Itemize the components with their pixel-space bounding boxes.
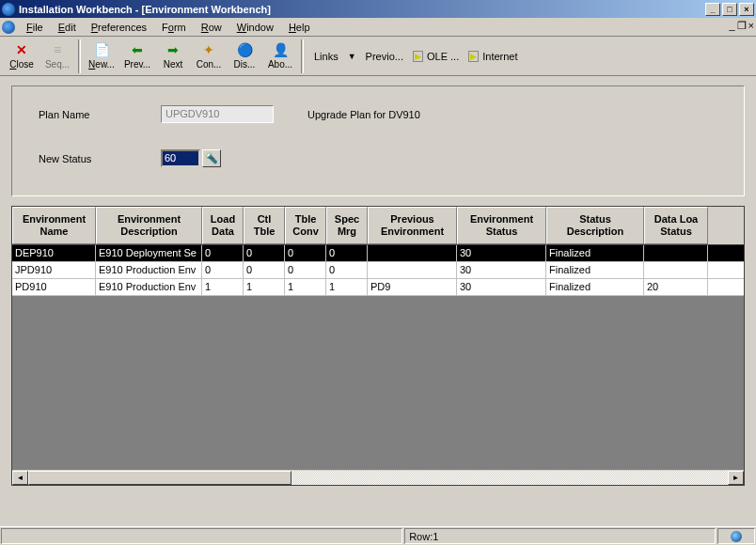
cell-ctl: 1 <box>244 279 285 295</box>
about-icon: 👤 <box>273 42 288 57</box>
col-ctl-tble[interactable]: Ctl Tble <box>244 207 285 244</box>
menu-form[interactable]: Form <box>154 20 194 35</box>
dis-button[interactable]: 🔵 Dis... <box>227 39 262 74</box>
cell-dls: 20 <box>644 279 708 295</box>
window-titlebar: Installation Workbench - [Environment Wo… <box>0 0 756 18</box>
menu-preferences[interactable]: Preferences <box>84 20 154 35</box>
col-spec-mrg[interactable]: Spec Mrg <box>326 207 368 244</box>
cell-prev: PD9 <box>368 279 457 295</box>
cell-prev <box>368 245 457 261</box>
globe-icon <box>731 531 742 542</box>
cell-spec: 1 <box>326 279 368 295</box>
table-row[interactable]: DEP910 E910 Deployment Se 0 0 0 0 30 Fin… <box>12 245 744 262</box>
cell-tble: 0 <box>285 245 326 261</box>
display-icon: 🔵 <box>237 42 252 57</box>
new-status-label: New Status <box>39 153 161 164</box>
col-tble-conv[interactable]: Tble Conv <box>285 207 326 244</box>
link-internet[interactable]: ▶Internet <box>468 51 517 62</box>
cell-status: 30 <box>457 245 546 261</box>
configure-icon: ✦ <box>201 42 216 57</box>
new-icon: 📄 <box>94 42 109 57</box>
cell-load: 1 <box>202 279 244 295</box>
col-environment-description[interactable]: Environment Description <box>96 207 202 244</box>
menu-file[interactable]: File <box>19 20 51 35</box>
cell-sdesc: Finalized <box>546 279 644 295</box>
toolbar-separator <box>78 39 81 73</box>
new-status-input[interactable]: 60 <box>161 149 200 167</box>
cell-ctl: 0 <box>244 245 285 261</box>
maximize-button[interactable]: □ <box>722 3 737 16</box>
menu-row[interactable]: Row <box>194 20 229 35</box>
cell-status: 30 <box>457 279 546 295</box>
toolbar-separator <box>301 39 304 73</box>
table-row[interactable]: PD910 E910 Production Env 1 1 1 1 PD9 30… <box>12 279 744 296</box>
col-environment-status[interactable]: Environment Status <box>457 207 546 244</box>
cell-load: 0 <box>202 245 244 261</box>
cell-desc: E910 Production Env <box>96 279 202 295</box>
grid-header: Environment Name Environment Description… <box>12 207 744 245</box>
cell-desc: E910 Deployment Se <box>96 245 202 261</box>
col-previous-environment[interactable]: Previous Environment <box>368 207 457 244</box>
menu-window[interactable]: Window <box>229 20 281 35</box>
ole-icon: ▶ <box>413 51 423 62</box>
col-load-data[interactable]: Load Data <box>202 207 244 244</box>
con-button[interactable]: ✦ Con... <box>191 39 227 74</box>
scroll-left-button[interactable]: ◄ <box>12 471 28 485</box>
cell-prev <box>368 262 457 278</box>
menu-help[interactable]: Help <box>281 20 318 35</box>
status-bar: Row:1 <box>0 526 756 545</box>
cell-sdesc: Finalized <box>546 262 644 278</box>
grid: Environment Name Environment Description… <box>11 206 745 486</box>
internet-icon: ▶ <box>468 51 479 62</box>
abo-button[interactable]: 👤 Abo... <box>262 39 298 74</box>
new-button[interactable]: 📄 New... <box>84 39 119 74</box>
sequence-icon: ≡ <box>50 42 65 57</box>
cell-tble: 0 <box>285 262 326 278</box>
cell-tble: 1 <box>285 279 326 295</box>
menu-bar: File Edit Preferences Form Row Window He… <box>0 18 756 37</box>
minimize-button[interactable]: _ <box>705 3 720 16</box>
col-environment-name[interactable]: Environment Name <box>12 207 96 244</box>
scroll-right-button[interactable]: ► <box>728 471 744 485</box>
plan-description-label: Upgrade Plan for DV910 <box>307 109 420 120</box>
close-window-button[interactable]: × <box>739 3 754 16</box>
scroll-track[interactable] <box>28 471 728 485</box>
close-icon: ✕ <box>14 42 29 57</box>
status-cell-left <box>1 528 402 544</box>
flashlight-icon: 🔦 <box>205 152 218 164</box>
mdi-icon[interactable] <box>2 21 15 34</box>
grid-body: DEP910 E910 Deployment Se 0 0 0 0 30 Fin… <box>12 245 744 296</box>
col-status-description[interactable]: Status Description <box>546 207 644 244</box>
next-button[interactable]: ➡ Next <box>155 39 191 74</box>
cell-sdesc: Finalized <box>546 245 644 261</box>
prev-button[interactable]: ⬅ Prev... <box>119 39 155 74</box>
lookup-button[interactable]: 🔦 <box>202 149 221 167</box>
cell-env: DEP910 <box>12 245 96 261</box>
horizontal-scrollbar[interactable]: ◄ ► <box>12 469 744 485</box>
seq-button[interactable]: ≡ Seq... <box>39 39 75 74</box>
mdi-close-button[interactable]: × <box>748 20 754 32</box>
cell-desc: E910 Production Env <box>96 262 202 278</box>
prev-arrow-icon: ⬅ <box>130 42 145 57</box>
status-row-indicator: Row:1 <box>404 528 716 544</box>
links-label: Links <box>314 51 339 62</box>
col-data-load-status[interactable]: Data Loa Status <box>644 207 708 244</box>
mdi-minimize-button[interactable]: _ <box>729 20 734 32</box>
scroll-thumb[interactable] <box>28 471 291 485</box>
table-row[interactable]: JPD910 E910 Production Env 0 0 0 0 30 Fi… <box>12 262 744 279</box>
cell-env: PD910 <box>12 279 96 295</box>
link-ole[interactable]: ▶OLE ... <box>413 51 459 62</box>
client-area: Plan Name UPGDV910 Upgrade Plan for DV91… <box>0 76 756 495</box>
status-globe <box>717 528 755 544</box>
plan-name-field: UPGDV910 <box>161 105 274 123</box>
link-previous[interactable]: Previo... <box>366 51 403 62</box>
cell-ctl: 0 <box>244 262 285 278</box>
window-title: Installation Workbench - [Environment Wo… <box>19 4 705 15</box>
next-arrow-icon: ➡ <box>165 42 181 57</box>
mdi-restore-button[interactable]: ❐ <box>737 20 747 32</box>
form-panel: Plan Name UPGDV910 Upgrade Plan for DV91… <box>11 86 745 196</box>
menu-edit[interactable]: Edit <box>51 20 84 35</box>
close-button[interactable]: ✕ Close <box>4 39 39 74</box>
cell-status: 30 <box>457 262 546 278</box>
dropdown-icon[interactable]: ▼ <box>348 52 356 61</box>
